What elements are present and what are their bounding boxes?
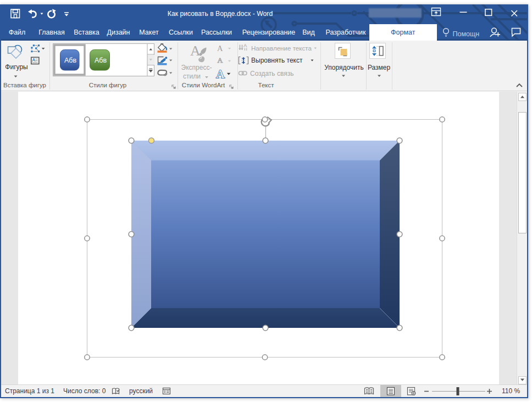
svg-text:Абв: Абв bbox=[95, 57, 107, 64]
svg-text:А: А bbox=[243, 42, 247, 48]
svg-text:А: А bbox=[218, 56, 223, 64]
svg-text:Помощн: Помощн bbox=[453, 30, 480, 38]
svg-text:Абв: Абв bbox=[64, 57, 76, 64]
svg-text:А: А bbox=[217, 44, 223, 53]
svg-text:А: А bbox=[216, 67, 225, 81]
svg-text:А: А bbox=[32, 57, 35, 63]
svg-text:А: А bbox=[190, 43, 201, 59]
